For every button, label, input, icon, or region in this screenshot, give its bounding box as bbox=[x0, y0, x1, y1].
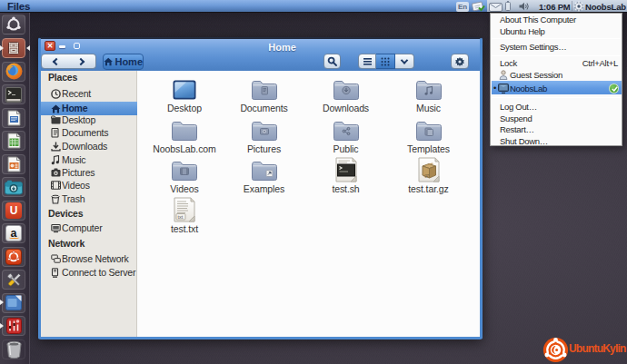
svg-text:.gz: .gz bbox=[423, 172, 430, 177]
svg-text:txt: txt bbox=[178, 214, 184, 220]
